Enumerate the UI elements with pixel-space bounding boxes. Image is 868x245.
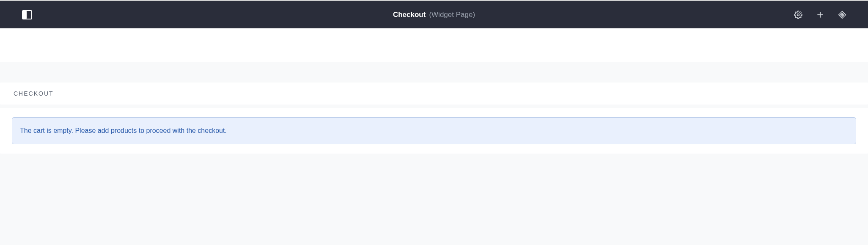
sidebar-toggle-button[interactable] [21,10,33,20]
svg-point-7 [842,14,843,16]
svg-point-2 [797,14,799,16]
plus-icon [816,11,824,19]
crosshair-icon [838,11,846,19]
header-spacer [0,28,868,62]
topbar-left [21,10,33,20]
page-subtitle: (Widget Page) [429,11,475,19]
target-button[interactable] [838,10,847,19]
sidebar-panel-icon [22,10,32,19]
checkout-section-label: CHECKOUT [14,90,854,97]
topbar: Checkout (Widget Page) [0,1,868,28]
topbar-right [794,10,847,19]
empty-cart-alert: The cart is empty. Please add products t… [12,117,856,144]
gear-icon [794,11,802,19]
settings-button[interactable] [794,10,803,19]
empty-cart-message: The cart is empty. Please add products t… [20,127,227,134]
svg-rect-1 [22,11,27,19]
checkout-header-card: CHECKOUT [0,83,868,105]
page-title-container: Checkout (Widget Page) [393,11,475,19]
checkout-body-card: The cart is empty. Please add products t… [0,108,868,154]
add-button[interactable] [816,10,825,19]
content-wrapper: CHECKOUT The cart is empty. Please add p… [0,83,868,154]
page-title: Checkout [393,11,426,19]
